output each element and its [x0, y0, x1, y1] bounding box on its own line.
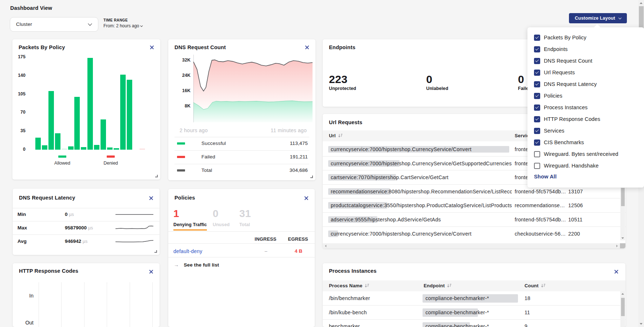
legend-label: Allowed: [54, 161, 70, 166]
url-column-header[interactable]: Url: [329, 133, 343, 138]
endpoint-stat-value: 0: [426, 73, 448, 86]
scroll-up-arrow-icon[interactable]: [621, 292, 624, 296]
checkbox-checked[interactable]: [534, 105, 540, 111]
chart-bar-allowed: [48, 91, 54, 150]
url-cell: currencyservice:7000/hipstershop.Currenc…: [331, 231, 512, 237]
gridline: [107, 282, 107, 327]
endpoint-stat: 0Unlabeled: [426, 73, 448, 91]
chart-bar-allowed: [127, 80, 132, 150]
scroll-right-arrow-icon[interactable]: [615, 244, 619, 248]
x-axis-end-label: 11 minutes ago: [271, 127, 307, 133]
customize-layout-button[interactable]: Customize Layout: [569, 13, 627, 23]
checkbox-checked[interactable]: [534, 81, 540, 87]
dns-request-latency-title: DNS Request Latency: [19, 195, 75, 201]
resize-handle-icon[interactable]: [310, 176, 313, 178]
process-table-row[interactable]: /bin/kube-benchcompliance-benchmarker-*1…: [323, 306, 625, 320]
url-table-row[interactable]: currencyservice:7000/hipstershop.Currenc…: [323, 227, 625, 241]
menu-item-label: DNS Request Count: [544, 58, 592, 64]
card-process-instances: Process Instances Process Name Endpoint …: [323, 263, 625, 327]
policy-tab-value: 1: [173, 208, 207, 220]
menu-item-services[interactable]: Services: [534, 126, 564, 135]
menu-item-packets-by-policy[interactable]: Packets By Policy: [534, 33, 586, 42]
legend-value: 304,686: [290, 168, 308, 173]
latency-row-label: Min: [17, 212, 26, 217]
checkbox-checked[interactable]: [534, 128, 540, 134]
menu-item-url-requests[interactable]: Url Requests: [534, 68, 575, 77]
process-table-vscrollbar[interactable]: [620, 291, 625, 327]
menu-item-policies[interactable]: Policies: [534, 91, 562, 100]
menu-item-http-response-codes[interactable]: HTTP Response Codes: [534, 115, 600, 123]
checkbox-checked[interactable]: [534, 93, 540, 99]
time-range-label: TIME RANGE: [103, 18, 142, 22]
url-table-row[interactable]: productcatalogservice:3550/hipstershop.P…: [323, 198, 625, 212]
legend-swatch: [177, 169, 185, 172]
legend-swatch: [58, 155, 66, 158]
scroll-left-arrow-icon[interactable]: [324, 244, 327, 248]
resize-handle-icon[interactable]: [154, 250, 157, 253]
checkbox-checked[interactable]: [534, 139, 540, 146]
chart-bar-allowed: [42, 145, 47, 150]
checkbox-unchecked[interactable]: [534, 163, 540, 169]
menu-item-label: DNS Request Latency: [544, 81, 597, 87]
menu-item-process-instances[interactable]: Process Instances: [534, 103, 588, 112]
count-cell: 12506: [568, 202, 583, 208]
gridline: [39, 282, 39, 327]
y-axis-label: 24K: [176, 73, 191, 78]
process-table-vscroll-thumb[interactable]: [621, 298, 625, 316]
count-column-header[interactable]: Count: [525, 283, 546, 288]
url-table-vscroll-thumb[interactable]: [621, 188, 625, 206]
menu-item-wireguard-bytes-sent-received[interactable]: Wireguard. Bytes sent/received: [534, 150, 618, 158]
checkbox-checked[interactable]: [534, 116, 540, 122]
policy-tab-denying-traffic[interactable]: 1Denying Traffic: [173, 208, 207, 227]
x-axis-start-label: 2 hours ago: [180, 127, 208, 133]
chart-bar-allowed: [74, 97, 80, 150]
policy-tab-unused[interactable]: 0Unused: [213, 208, 229, 227]
menu-notch: [594, 24, 600, 31]
legend-label: Failed: [201, 154, 215, 159]
endpoint-column-header[interactable]: Endpoint: [424, 283, 452, 288]
dns-request-count-chart: 8K16K24K32K2 hours ago11 minutes agoSucc…: [168, 39, 315, 180]
menu-item-dns-request-latency[interactable]: DNS Request Latency: [534, 80, 597, 88]
egress-column-header: EGRESS: [168, 236, 308, 242]
count-cell: 11: [525, 310, 530, 315]
process-table-row[interactable]: /bin/benchmarkercompliance-benchmarker-*…: [323, 291, 625, 306]
checkbox-checked[interactable]: [534, 58, 540, 64]
checkbox-checked[interactable]: [534, 35, 540, 41]
time-range-value[interactable]: From: 2 hours ago: [103, 23, 142, 28]
see-full-list-link[interactable]: → See the full list: [174, 261, 219, 268]
chart-bar-allowed: [62, 149, 67, 150]
checkbox-checked[interactable]: [534, 46, 540, 52]
policy-tab-total[interactable]: 31Total: [239, 208, 251, 227]
checkbox-unchecked[interactable]: [534, 151, 540, 157]
y-axis-label: 175: [15, 54, 25, 59]
card-dns-request-count: DNS Request Count 8K16K24K32K2 hours ago…: [168, 39, 315, 180]
latency-row-value: 95879000 µs: [65, 225, 93, 231]
chevron-down-icon: [619, 16, 621, 19]
endpoint-stat-label: Unprotected: [329, 86, 356, 91]
scroll-up-arrow-icon[interactable]: [639, 1, 643, 5]
menu-item-wireguard-handshake[interactable]: Wireguard. Handshake: [534, 161, 598, 170]
checkbox-checked[interactable]: [534, 70, 540, 76]
close-icon[interactable]: [148, 195, 154, 201]
menu-item-cis-benchmarks[interactable]: CIS Benchmarks: [534, 138, 584, 147]
close-icon[interactable]: [303, 195, 310, 201]
url-table-hscrollbar[interactable]: [323, 243, 620, 248]
process-name-column-header[interactable]: Process Name: [329, 283, 369, 288]
resize-handle-icon[interactable]: [155, 175, 158, 177]
url-cell: recommendationservice:8080/hipstershop.R…: [331, 189, 512, 194]
url-table-row[interactable]: adservice:9555/hipstershop.AdService/Get…: [323, 213, 625, 226]
gridline: [152, 282, 153, 327]
scroll-down-arrow-icon[interactable]: [639, 322, 643, 326]
view-select[interactable]: Cluster: [10, 17, 98, 32]
scrollbar-corner: [620, 243, 625, 248]
show-all-link[interactable]: Show All: [534, 174, 557, 180]
legend-swatch: [177, 156, 185, 158]
latency-unit: µs: [83, 239, 87, 244]
menu-item-endpoints[interactable]: Endpoints: [534, 45, 568, 54]
close-icon[interactable]: [613, 268, 620, 275]
menu-item-dns-request-count[interactable]: DNS Request Count: [534, 56, 592, 65]
process-table-row[interactable]: benchmarkercompliance-benchmarker-*9: [323, 319, 625, 327]
legend-value: 191,211: [290, 154, 308, 159]
legend-label: Successful: [201, 141, 226, 146]
scroll-down-arrow-icon[interactable]: [621, 236, 624, 240]
